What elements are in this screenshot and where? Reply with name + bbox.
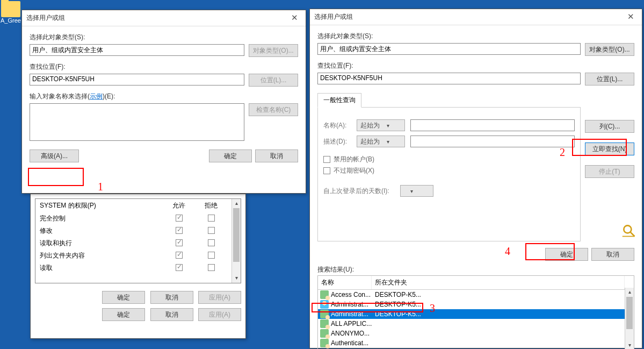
location-label: 查找位置(F): xyxy=(317,61,634,70)
result-name: ANONYMO... xyxy=(331,330,375,337)
object-types-button[interactable]: 对象类型(O)... xyxy=(249,44,298,57)
permission-name: 读取 xyxy=(40,263,163,273)
object-type-label: 选择此对象类型(S): xyxy=(30,33,298,42)
results-scrollbar[interactable]: ▴ ▾ xyxy=(625,288,634,349)
advanced-button[interactable]: 高级(A)... xyxy=(30,149,79,162)
location-label: 查找位置(F): xyxy=(30,62,298,72)
location-button[interactable]: 位置(L)... xyxy=(585,73,634,86)
location-value: DESKTOP-K5NF5UH xyxy=(317,73,581,84)
result-folder: DESKTOP-K5... xyxy=(375,291,632,298)
result-name: Authenticat... xyxy=(331,339,375,347)
result-name: ALL APPLIC... xyxy=(331,320,375,327)
search-icon xyxy=(621,223,636,238)
desc-filter-combo[interactable]: 起始为▾ xyxy=(357,136,405,147)
permission-name: 列出文件夹内容 xyxy=(40,251,163,260)
object-type-value: 用户、组或内置安全主体 xyxy=(317,43,581,55)
dlg2-titlebar[interactable]: 选择用户或组 ✕ xyxy=(310,9,642,25)
folder-icon xyxy=(1,1,20,17)
scroll-up-icon[interactable]: ▴ xyxy=(625,288,634,297)
permission-row: 读取 xyxy=(35,262,241,274)
deny-checkbox[interactable] xyxy=(208,239,215,246)
search-results-label: 搜索结果(U): xyxy=(317,265,634,274)
object-type-value: 用户、组或内置安全主体 xyxy=(30,44,244,56)
allow-checkbox[interactable] xyxy=(176,227,183,234)
scroll-thumb[interactable] xyxy=(233,208,240,262)
enter-name-label: 输入对象名称来选择(示例)(E): xyxy=(30,92,298,101)
dlg1-titlebar[interactable]: 选择用户或组 ✕ xyxy=(22,10,306,26)
object-type-label: 选择此对象类型(S): xyxy=(317,32,634,41)
perm-apply-button-2[interactable]: 应用(A) xyxy=(198,308,241,321)
scroll-up-icon[interactable]: ▴ xyxy=(232,199,241,208)
perm-ok-button-2[interactable]: 确定 xyxy=(102,308,145,321)
close-icon[interactable]: ✕ xyxy=(287,13,301,24)
dlg2-cancel-button[interactable]: 取消 xyxy=(591,248,634,261)
permission-row: 列出文件夹内容 xyxy=(35,250,241,262)
allow-checkbox[interactable] xyxy=(176,215,183,222)
col-folder-header[interactable]: 所在文件夹 xyxy=(372,276,625,289)
days-since-login-label: 自上次登录后的天数(I): xyxy=(323,187,389,196)
scroll-thumb[interactable] xyxy=(626,297,633,329)
dlg1-ok-button[interactable]: 确定 xyxy=(209,149,252,162)
perm-header-allow: 允许 xyxy=(163,201,195,210)
result-row[interactable]: Administrat...DESKTOP-K5... xyxy=(318,300,634,309)
name-filter-input[interactable] xyxy=(410,119,575,131)
permission-row: 完全控制 xyxy=(35,212,241,225)
example-link[interactable]: 示例 xyxy=(90,92,103,100)
perm-cancel-button-2[interactable]: 取消 xyxy=(150,308,193,321)
annotation-num-2: 2 xyxy=(560,146,565,159)
chevron-down-icon: ▾ xyxy=(383,123,393,129)
result-name: Administrat... xyxy=(331,301,375,308)
desc-filter-input[interactable] xyxy=(410,136,575,147)
permissions-scrollbar[interactable]: ▴ ▾ xyxy=(231,199,241,283)
result-row[interactable]: Access Con...DESKTOP-K5... xyxy=(318,290,634,300)
permissions-window: SYSTEM 的权限(P) 允许 拒绝 完全控制修改读取和执行列出文件夹内容读取… xyxy=(30,194,246,339)
columns-button[interactable]: 列(C)... xyxy=(585,120,634,133)
close-icon[interactable]: ✕ xyxy=(624,12,638,23)
permissions-header: SYSTEM 的权限(P) 允许 拒绝 xyxy=(35,199,241,212)
search-results-panel: 名称 所在文件夹 Access Con...DESKTOP-K5...Admin… xyxy=(317,275,634,349)
permission-row: 修改 xyxy=(35,225,241,237)
days-combo[interactable]: ▾ xyxy=(400,185,433,197)
result-row[interactable]: ALL APPLIC... xyxy=(318,319,634,329)
deny-checkbox[interactable] xyxy=(208,252,215,259)
results-header: 名称 所在文件夹 xyxy=(318,276,634,290)
dlg1-title: 选择用户或组 xyxy=(26,13,287,23)
dlg2-ok-button[interactable]: 确定 xyxy=(545,248,588,261)
select-user-dialog-advanced: 选择用户或组 ✕ 选择此对象类型(S): 用户、组或内置安全主体 对象类型(O)… xyxy=(309,9,642,348)
svg-line-1 xyxy=(631,232,635,237)
allow-checkbox[interactable] xyxy=(176,252,183,259)
no-expire-checkbox[interactable]: 不过期密码(X) xyxy=(323,166,575,175)
perm-header-name: SYSTEM 的权限(P) xyxy=(40,201,163,210)
deny-checkbox[interactable] xyxy=(208,215,215,222)
check-names-button[interactable]: 检查名称(C) xyxy=(249,103,298,116)
result-row[interactable]: Authenticat... xyxy=(318,338,634,348)
result-row[interactable]: Administrat...DESKTOP-K5... xyxy=(318,309,634,319)
deny-checkbox[interactable] xyxy=(208,264,215,271)
dlg1-cancel-button[interactable]: 取消 xyxy=(255,149,298,162)
col-name-header[interactable]: 名称 xyxy=(318,276,372,289)
object-types-button[interactable]: 对象类型(O)... xyxy=(585,43,634,56)
allow-checkbox[interactable] xyxy=(176,239,183,246)
group-icon xyxy=(320,290,329,299)
location-value: DESKTOP-K5NF5UH xyxy=(30,74,244,86)
perm-ok-button[interactable]: 确定 xyxy=(102,291,145,304)
find-now-button[interactable]: 立即查找(N) xyxy=(585,143,634,155)
tab-general-query[interactable]: 一般性查询 xyxy=(317,93,361,108)
scroll-down-icon[interactable]: ▾ xyxy=(625,341,634,349)
result-row[interactable]: ANONYMO... xyxy=(318,329,634,338)
allow-checkbox[interactable] xyxy=(176,264,183,271)
desktop-folder[interactable]: A_Gree xyxy=(0,0,21,24)
deny-checkbox[interactable] xyxy=(208,227,215,234)
scroll-down-icon[interactable]: ▾ xyxy=(232,274,241,283)
permission-name: 完全控制 xyxy=(40,214,163,223)
location-button[interactable]: 位置(L)... xyxy=(249,74,298,87)
perm-apply-button[interactable]: 应用(A) xyxy=(198,291,241,304)
stop-button[interactable]: 停止(T) xyxy=(585,165,634,178)
perm-cancel-button[interactable]: 取消 xyxy=(150,291,193,304)
permission-name: 读取和执行 xyxy=(40,239,163,248)
permission-row: 读取和执行 xyxy=(35,237,241,250)
group-icon xyxy=(320,319,329,328)
disabled-accounts-checkbox[interactable]: 禁用的帐户(B) xyxy=(323,155,575,164)
object-name-input[interactable] xyxy=(30,103,244,141)
name-filter-combo[interactable]: 起始为▾ xyxy=(357,119,405,131)
